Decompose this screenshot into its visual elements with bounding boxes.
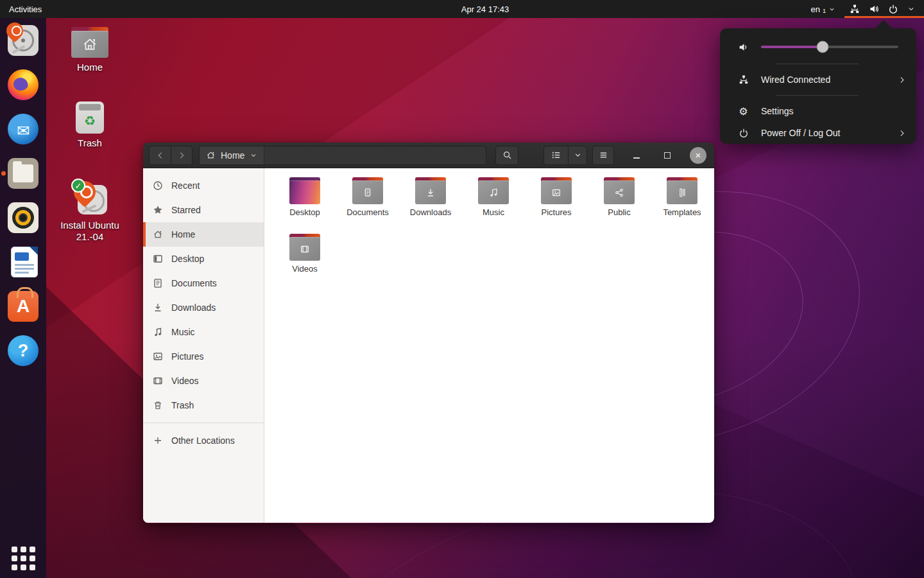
power-icon <box>738 128 749 139</box>
menu-item-settings[interactable]: ⚙ Settings <box>720 100 916 122</box>
folder-label: Pictures <box>542 207 572 217</box>
sidebar-item-home[interactable]: Home <box>143 222 264 247</box>
files-window: Home × Recent <box>143 143 714 523</box>
top-bar: Activities Apr 24 17:43 en1 <box>0 0 924 18</box>
folder-music[interactable]: Music <box>462 175 525 231</box>
dock-item-rhythmbox[interactable] <box>0 196 46 240</box>
chevron-down-icon <box>828 6 835 13</box>
sidebar-item-label: Downloads <box>171 302 216 313</box>
trash-icon: ♻ <box>76 101 104 134</box>
folder-label: Documents <box>346 207 389 217</box>
sidebar-item-label: Starred <box>171 205 201 215</box>
dock-item-help[interactable]: ? <box>0 329 46 372</box>
sidebar-item-trash[interactable]: Trash <box>143 393 264 417</box>
window-menu-button[interactable] <box>592 146 614 165</box>
window-header-bar[interactable]: Home × <box>143 143 714 168</box>
view-options-button[interactable] <box>568 146 587 165</box>
file-grid[interactable]: Desktop Documents Downloads Music <box>264 168 714 523</box>
sidebar-item-other-locations[interactable]: Other Locations <box>143 428 264 453</box>
clock-button[interactable]: Apr 24 17:43 <box>455 0 515 18</box>
back-button[interactable] <box>149 146 171 165</box>
desktop-icon-install-ubuntu[interactable]: ✓ Install Ubuntu 21.-04 <box>51 181 128 243</box>
separator <box>143 423 264 423</box>
path-bar[interactable]: Home <box>199 146 486 165</box>
system-menu-popover: Wired Connected ⚙ Settings Power Off / L… <box>720 28 916 144</box>
ubuntu-installer-icon <box>8 25 38 56</box>
path-segment-home[interactable]: Home <box>200 146 264 164</box>
home-folder-icon <box>71 27 108 58</box>
show-applications-button[interactable] <box>0 538 46 578</box>
volume-slider-handle[interactable] <box>817 41 829 53</box>
firefox-icon <box>8 69 38 100</box>
gear-icon: ⚙ <box>738 106 749 117</box>
thunderbird-icon: ✉ <box>8 114 38 144</box>
close-button[interactable]: × <box>690 147 706 164</box>
chevron-down-icon <box>907 5 915 13</box>
forward-button[interactable] <box>171 146 193 165</box>
sidebar-item-label: Desktop <box>171 254 204 264</box>
sidebar-item-recent[interactable]: Recent <box>143 173 264 198</box>
dock-item-thunderbird[interactable]: ✉ <box>0 107 46 151</box>
folder-desktop[interactable]: Desktop <box>273 175 336 231</box>
dock-item-files[interactable] <box>0 152 46 195</box>
pictures-folder-icon <box>541 177 572 204</box>
folder-public[interactable]: Public <box>588 175 651 231</box>
folder-pictures[interactable]: Pictures <box>525 175 588 231</box>
folder-downloads[interactable]: Downloads <box>399 175 462 231</box>
volume-slider[interactable] <box>761 46 898 48</box>
running-indicator-dot <box>1 171 6 176</box>
sidebar-item-pictures[interactable]: Pictures <box>143 344 264 369</box>
maximize-button[interactable] <box>659 147 676 164</box>
sidebar-item-label: Recent <box>171 180 200 191</box>
activities-button[interactable]: Activities <box>0 0 51 18</box>
chevron-right-icon <box>898 76 906 84</box>
minimize-button[interactable] <box>628 147 645 164</box>
desktop-icon-trash[interactable]: ♻ Trash <box>51 101 128 149</box>
sidebar-item-videos[interactable]: Videos <box>143 369 264 393</box>
folder-videos[interactable]: Videos <box>273 231 336 288</box>
dock-item-ubuntu-software[interactable]: A <box>0 285 46 328</box>
sidebar-item-label: Pictures <box>171 351 204 362</box>
sidebar-item-label: Home <box>171 229 195 240</box>
desktop-folder-icon <box>289 177 320 204</box>
folder-documents[interactable]: Documents <box>336 175 399 231</box>
folder-label: Downloads <box>410 207 451 217</box>
search-button[interactable] <box>495 146 518 165</box>
sidebar-item-starred[interactable]: Starred <box>143 198 264 222</box>
photo-emblem-icon <box>551 187 562 198</box>
keyboard-layout-button[interactable]: en1 <box>809 0 838 18</box>
volume-slider-row <box>720 35 916 59</box>
dock-item-libreoffice-writer[interactable] <box>0 240 46 284</box>
menu-item-power-off-log-out[interactable]: Power Off / Log Out <box>720 122 916 144</box>
path-label: Home <box>221 150 244 161</box>
install-ubuntu-icon: ✓ <box>71 181 108 216</box>
sidebar-item-documents[interactable]: Documents <box>143 271 264 295</box>
home-icon <box>206 150 216 160</box>
separator <box>776 95 859 96</box>
sidebar-item-label: Trash <box>171 400 194 410</box>
document-emblem-icon <box>362 187 373 198</box>
music-emblem-icon <box>488 187 499 198</box>
keyboard-layout-label: en <box>811 4 820 14</box>
public-folder-icon <box>604 177 635 204</box>
desktop-icon-home[interactable]: Home <box>51 27 128 73</box>
sidebar-item-music[interactable]: Music <box>143 320 264 344</box>
folder-label: Templates <box>663 207 701 217</box>
sidebar-item-label: Music <box>171 327 195 337</box>
system-status-menu-button[interactable] <box>847 0 918 18</box>
dock-item-firefox[interactable] <box>0 63 46 107</box>
sidebar-item-label: Other Locations <box>171 435 235 446</box>
recycle-glyph: ♻ <box>84 113 96 128</box>
dock: ✉ A ? <box>0 18 46 578</box>
menu-item-wired-connected[interactable]: Wired Connected <box>720 69 916 91</box>
folder-templates[interactable]: Templates <box>651 175 714 231</box>
sidebar-item-label: Videos <box>171 376 199 386</box>
sidebar-item-desktop[interactable]: Desktop <box>143 247 264 271</box>
list-view-button[interactable] <box>543 146 568 165</box>
folder-label: Desktop <box>289 207 320 217</box>
keyboard-layout-sub: 1 <box>823 8 826 14</box>
desktop-icon-label: Install Ubuntu 21.-04 <box>52 220 128 243</box>
sidebar-item-downloads[interactable]: Downloads <box>143 295 264 320</box>
show-applications-icon <box>12 547 35 570</box>
dock-item-ubuntu-installer[interactable] <box>0 19 46 62</box>
